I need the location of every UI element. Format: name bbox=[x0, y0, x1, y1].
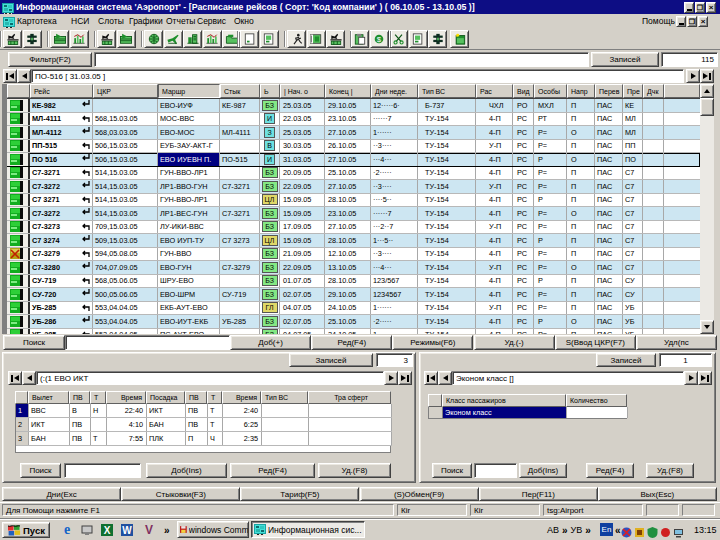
svg-text:W: W bbox=[122, 525, 132, 536]
svg-text:$: $ bbox=[377, 35, 382, 44]
svg-text:X: X bbox=[104, 525, 111, 536]
